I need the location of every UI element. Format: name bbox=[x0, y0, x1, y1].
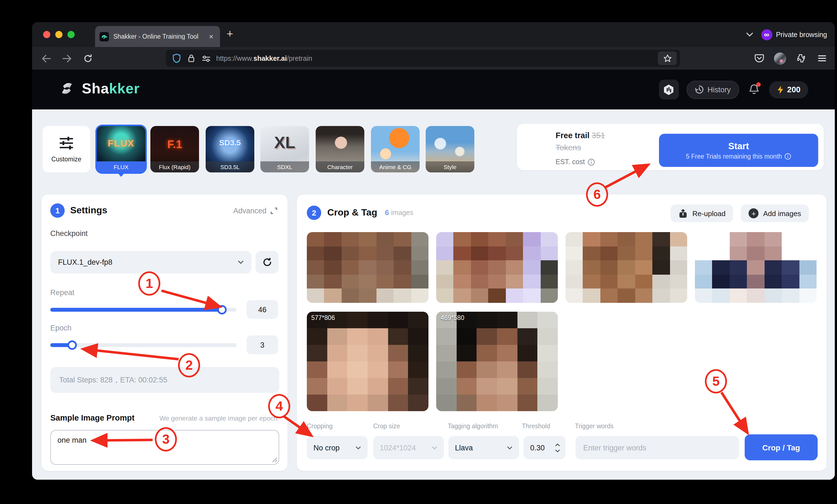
screenshot-stage: Shakker - Online Training Tool × + ∞ Pri… bbox=[0, 0, 837, 504]
repeat-value[interactable]: 46 bbox=[247, 300, 278, 319]
info-icon[interactable] bbox=[588, 158, 595, 165]
close-window-button[interactable] bbox=[43, 31, 50, 38]
pixelated-face-mosaic bbox=[436, 232, 558, 303]
lock-icon[interactable] bbox=[188, 54, 195, 62]
epoch-slider-handle[interactable] bbox=[68, 340, 77, 350]
model-card-label: Anime & CG bbox=[371, 161, 420, 173]
shakker-logo[interactable]: Shakker bbox=[57, 79, 140, 98]
stepper-up-icon[interactable] bbox=[555, 443, 560, 446]
model-thumbnail-word: XL bbox=[261, 133, 309, 152]
model-card-label: Flux (Rapid) bbox=[150, 161, 199, 173]
total-steps-info: Total Steps: 828，ETA: 00:02:55 bbox=[50, 367, 279, 393]
pixelated-face-mosaic bbox=[695, 232, 817, 303]
profile-avatar[interactable] bbox=[772, 47, 788, 70]
bookmark-star-icon[interactable] bbox=[663, 54, 672, 62]
cropping-select[interactable]: No crop bbox=[307, 436, 368, 459]
workspace-hexagon-button[interactable] bbox=[659, 79, 679, 100]
trigger-words-input[interactable] bbox=[575, 436, 739, 459]
gallery-image[interactable] bbox=[307, 232, 428, 303]
notification-dot bbox=[756, 82, 761, 87]
step-2-badge: 2 bbox=[307, 205, 321, 220]
url-bar[interactable]: https://www.shakker.ai/pretrain bbox=[166, 50, 680, 67]
credits-button[interactable]: 200 bbox=[769, 81, 808, 98]
model-card-sdxl[interactable]: XLSDXL bbox=[261, 126, 309, 173]
model-card-label: FLUX bbox=[97, 161, 145, 173]
pixelated-face-mosaic bbox=[307, 312, 428, 411]
crop-tag-button[interactable]: Crop / Tag bbox=[745, 434, 818, 460]
model-card-sd3-5l[interactable]: SD3.5SD3.5L bbox=[206, 126, 254, 173]
pocket-icon[interactable] bbox=[751, 47, 767, 70]
checkpoint-select[interactable]: FLUX.1_dev-fp8 bbox=[50, 251, 252, 273]
tab-close-icon[interactable]: × bbox=[207, 32, 216, 41]
url-text[interactable]: https://www.shakker.ai/pretrain bbox=[216, 54, 658, 62]
back-icon[interactable] bbox=[38, 47, 54, 70]
crop-tag-panel: 2 Crop & Tag 6images Re-upload bbox=[297, 195, 826, 471]
chevron-down-icon bbox=[507, 446, 513, 450]
epoch-slider-track[interactable] bbox=[50, 343, 237, 347]
reupload-button[interactable]: Re-upload bbox=[671, 204, 733, 222]
tracking-shield-icon[interactable] bbox=[173, 54, 181, 63]
threshold-stepper[interactable]: 0.30 bbox=[523, 436, 566, 459]
shakker-header: Shakker History bbox=[32, 70, 835, 109]
tagging-algorithm-select[interactable]: Llava bbox=[448, 436, 519, 459]
add-images-button[interactable]: + Add images bbox=[741, 204, 809, 222]
pixelated-face-mosaic bbox=[436, 312, 558, 411]
permissions-icon[interactable] bbox=[202, 55, 211, 61]
model-card-flux-rapid-[interactable]: F.1Flux (Rapid) bbox=[150, 126, 199, 173]
model-card-customize[interactable]: Customize bbox=[42, 126, 90, 173]
shakker-logo-text: Shakker bbox=[82, 80, 140, 97]
credits-value: 200 bbox=[787, 85, 801, 94]
reupload-label: Re-upload bbox=[692, 209, 726, 217]
upload-icon bbox=[679, 209, 688, 218]
gallery-image[interactable] bbox=[566, 232, 687, 303]
repeat-slider-handle[interactable] bbox=[217, 305, 227, 314]
start-label: Start bbox=[728, 141, 749, 151]
annotation-circle-2: 2 bbox=[178, 353, 200, 377]
model-card-label: Character bbox=[316, 161, 364, 173]
forward-icon[interactable] bbox=[59, 47, 75, 70]
info-icon bbox=[785, 153, 791, 160]
crop-size-select[interactable]: 1024*1024 bbox=[373, 436, 444, 459]
window-controls bbox=[43, 31, 75, 38]
threshold-label: Threshold bbox=[522, 423, 550, 429]
history-label: History bbox=[708, 85, 731, 94]
history-button[interactable]: History bbox=[687, 80, 739, 98]
gallery-image[interactable]: 577*806 bbox=[307, 312, 428, 411]
menu-hamburger-icon[interactable] bbox=[814, 47, 830, 70]
minimize-window-button[interactable] bbox=[55, 31, 63, 38]
browser-tab[interactable]: Shakker - Online Training Tool × bbox=[95, 26, 220, 47]
advanced-link[interactable]: Advanced bbox=[233, 207, 278, 215]
annotation-circle-4: 4 bbox=[268, 394, 290, 418]
tabs-dropdown-chevron-icon[interactable] bbox=[746, 32, 753, 37]
notifications-bell[interactable] bbox=[747, 82, 761, 97]
reload-icon[interactable] bbox=[79, 47, 96, 70]
refresh-checkpoints-button[interactable] bbox=[255, 251, 279, 273]
checkpoint-label: Checkpoint bbox=[50, 229, 88, 238]
start-button[interactable]: Start 5 Free Trials remaining this month bbox=[659, 134, 818, 167]
maximize-window-button[interactable] bbox=[68, 31, 75, 38]
model-card-flux[interactable]: FLUXFLUX bbox=[97, 126, 145, 173]
epoch-value[interactable]: 3 bbox=[247, 336, 278, 354]
trigger-words-label: Trigger words bbox=[575, 423, 613, 429]
cropping-label: Cropping bbox=[307, 423, 333, 429]
gallery-image[interactable] bbox=[436, 232, 558, 303]
gallery-image[interactable] bbox=[695, 232, 817, 303]
selected-model-pointer bbox=[117, 173, 125, 177]
private-browsing-mask-icon: ∞ bbox=[761, 29, 772, 40]
model-card-character[interactable]: Character bbox=[316, 126, 364, 173]
resize-grip-icon[interactable] bbox=[271, 456, 278, 463]
model-card-anime-cg[interactable]: Anime & CG bbox=[371, 126, 420, 173]
refresh-icon bbox=[262, 257, 272, 268]
pixelated-face-mosaic bbox=[566, 232, 687, 303]
expand-icon bbox=[270, 207, 278, 214]
private-browsing-badge: ∞ Private browsing bbox=[761, 29, 827, 40]
gallery-image[interactable]: 469*580 bbox=[436, 312, 558, 411]
new-tab-button[interactable]: + bbox=[227, 28, 233, 40]
stepper-down-icon[interactable] bbox=[555, 449, 560, 452]
annotation-circle-5: 5 bbox=[705, 369, 727, 394]
bookmark-star-box[interactable] bbox=[658, 51, 677, 65]
model-card-style[interactable]: Style bbox=[426, 126, 474, 173]
browser-tab-bar: Shakker - Online Training Tool × + ∞ Pri… bbox=[32, 22, 835, 47]
chevron-down-icon bbox=[355, 446, 361, 450]
extensions-puzzle-icon[interactable] bbox=[793, 47, 809, 70]
